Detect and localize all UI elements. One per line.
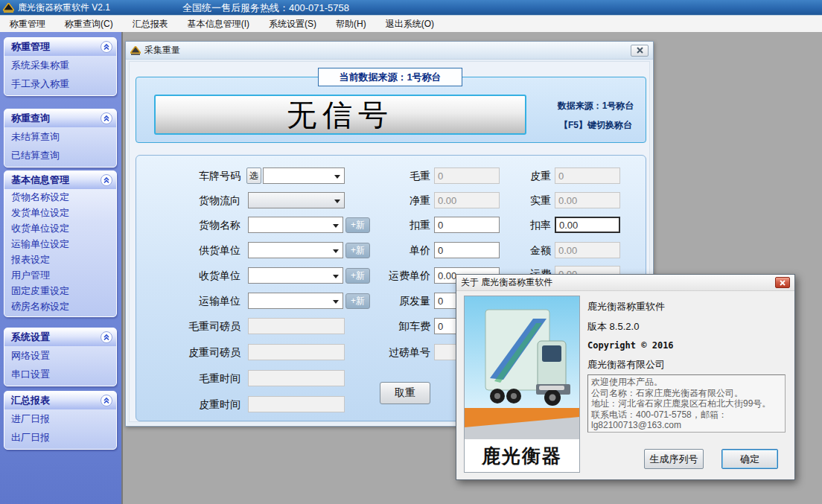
menu-exit[interactable]: 退出系统(O) <box>376 15 444 34</box>
receiver-combo[interactable] <box>248 267 343 284</box>
sidebar-header-weigh-manage[interactable]: 称重管理 <box>4 38 116 56</box>
deduct-rate-field[interactable] <box>555 217 620 233</box>
sidebar-header-label: 称重查询 <box>11 112 50 124</box>
label-goods-name: 货物名称 <box>144 217 240 233</box>
dialog-close-icon[interactable] <box>775 277 790 288</box>
about-dialog-titlebar[interactable]: 关于 鹿光衡器称重软件 <box>456 275 794 291</box>
capture-window-titlebar[interactable]: 采集重量 <box>126 42 653 60</box>
label-amount: 金额 <box>499 242 551 258</box>
sidebar-item-serial-settings[interactable]: 串口设置 <box>4 365 116 383</box>
window-logo-icon <box>130 46 141 55</box>
deduct-weight-field[interactable] <box>434 217 500 233</box>
net-weight-field <box>434 192 500 208</box>
collapse-chevron-icon[interactable] <box>101 41 112 53</box>
sidebar-item-unsettled-query[interactable]: 未结算查询 <box>4 127 116 146</box>
plate-number-combo[interactable] <box>263 168 345 184</box>
supplier-combo[interactable] <box>248 242 343 258</box>
label-gross-weight: 毛重 <box>371 168 430 184</box>
info-line: 欢迎使用本产品。 <box>591 377 782 388</box>
menu-weigh-query[interactable]: 称重查询(C) <box>55 15 123 34</box>
label-transporter: 运输单位 <box>144 293 240 309</box>
sidebar-panel-system-settings: 系统设置 网络设置 串口设置 <box>4 328 117 386</box>
sidebar: 称重管理 系统采集称重 手工录入称重 称重查询 未结算查询 已结算查询 基本信息… <box>0 32 121 504</box>
sidebar-header-weigh-query[interactable]: 称重查询 <box>4 109 116 127</box>
sidebar-item-manual-weigh[interactable]: 手工录入称重 <box>4 74 116 93</box>
sidebar-item-settled-query[interactable]: 已结算查询 <box>4 146 116 165</box>
truck-photo-caption: 鹿光衡器 <box>465 439 579 472</box>
truck-illustration <box>465 296 579 441</box>
label-supplier: 供货单位 <box>144 242 240 258</box>
collapse-chevron-icon[interactable] <box>101 331 112 343</box>
actual-weight-field <box>555 192 620 208</box>
sidebar-header-basic-info[interactable]: 基本信息管理 <box>4 171 116 189</box>
sidebar-panel-basic-info: 基本信息管理 货物名称设定 发货单位设定 收货单位设定 运输单位设定 报表设定 … <box>4 170 117 317</box>
gross-time-field <box>248 370 345 386</box>
info-line: 公司名称：石家庄鹿光衡器有限公司。 <box>591 388 782 399</box>
app-title: 鹿光衡器称重软件 V2.1 <box>18 1 110 14</box>
collapse-chevron-icon[interactable] <box>101 112 112 124</box>
sidebar-item-network-settings[interactable]: 网络设置 <box>4 346 116 365</box>
label-gross-time: 毛重时间 <box>144 370 240 386</box>
chevron-down-icon <box>334 175 340 179</box>
info-line: lg82100713@163.com <box>591 420 782 431</box>
menu-weigh-manage[interactable]: 称重管理 <box>0 15 55 34</box>
label-deduct-rate: 扣率 <box>499 217 551 233</box>
application-window: 鹿光衡器称重软件 V2.1 全国统一售后服务热线：400-071-5758 称重… <box>0 0 822 504</box>
sidebar-item-shipper-unit[interactable]: 发货单位设定 <box>4 205 116 220</box>
sidebar-item-receiver-unit[interactable]: 收货单位设定 <box>4 220 116 236</box>
sidebar-item-user-manage[interactable]: 用户管理 <box>4 267 116 283</box>
data-source-banner: 当前数据来源：1号称台 <box>318 68 462 86</box>
sidebar-item-inbound-daily[interactable]: 进厂日报 <box>4 409 116 428</box>
scale-source-line: 数据来源：1号称台 <box>547 96 644 115</box>
sidebar-item-outbound-daily[interactable]: 出厂日报 <box>4 428 116 447</box>
label-original-qty: 原发量 <box>371 293 430 309</box>
tare-time-field <box>248 396 345 412</box>
label-deduct-weight: 扣重 <box>371 217 430 233</box>
plate-select-button[interactable]: 选 <box>246 168 261 184</box>
dialog-info-box: 欢迎使用本产品。 公司名称：石家庄鹿光衡器有限公司。 地址：河北省石家庄鹿泉区石… <box>587 374 786 433</box>
tare-weight-field <box>555 168 620 184</box>
truck-photo: 鹿光衡器 <box>464 296 580 473</box>
collapse-chevron-icon[interactable] <box>101 174 112 186</box>
sidebar-item-transport-unit[interactable]: 运输单位设定 <box>4 236 116 252</box>
sidebar-panel-summary-report: 汇总报表 进厂日报 出厂日报 <box>4 391 117 450</box>
receiver-add-button[interactable]: +新 <box>345 268 370 284</box>
sidebar-item-scale-house-name[interactable]: 磅房名称设定 <box>4 299 116 314</box>
label-goods-flow: 货物流向 <box>144 192 240 208</box>
chevron-down-icon <box>333 224 339 228</box>
chevron-down-icon <box>333 275 339 278</box>
generate-serial-button[interactable]: 生成序列号 <box>644 449 704 469</box>
chevron-down-icon <box>333 300 339 304</box>
sidebar-item-goods-name[interactable]: 货物名称设定 <box>4 189 116 205</box>
unit-price-field[interactable] <box>434 242 500 258</box>
ok-button[interactable]: 确定 <box>721 449 778 469</box>
sidebar-item-report-setting[interactable]: 报表设定 <box>4 252 116 267</box>
menu-bar: 称重管理 称重查询(C) 汇总报表 基本信息管理(I) 系统设置(S) 帮助(H… <box>0 15 822 32</box>
gross-weight-field <box>434 168 500 184</box>
label-unload-fee: 卸车费 <box>371 318 430 334</box>
goods-name-add-button[interactable]: +新 <box>345 217 370 233</box>
transporter-add-button[interactable]: +新 <box>345 293 370 309</box>
dialog-copyright: Copyright © 2016 <box>587 340 674 351</box>
supplier-add-button[interactable]: +新 <box>345 243 370 258</box>
goods-name-combo[interactable] <box>248 217 343 233</box>
transporter-combo[interactable] <box>248 293 343 309</box>
dialog-version: 版本 8.5.2.0 <box>587 320 639 334</box>
sidebar-item-fixed-tare[interactable]: 固定皮重设定 <box>4 283 116 299</box>
menu-system-settings[interactable]: 系统设置(S) <box>259 15 326 34</box>
sidebar-panel-weigh-manage: 称重管理 系统采集称重 手工录入称重 <box>4 37 117 96</box>
sidebar-header-label: 系统设置 <box>11 331 50 342</box>
sidebar-header-system-settings[interactable]: 系统设置 <box>4 328 116 346</box>
window-close-icon[interactable] <box>631 45 649 57</box>
collapse-chevron-icon[interactable] <box>101 395 112 406</box>
menu-basic-info[interactable]: 基本信息管理(I) <box>178 15 259 34</box>
take-weight-button[interactable]: 取重 <box>380 382 430 404</box>
sidebar-item-system-weigh[interactable]: 系统采集称重 <box>4 56 116 74</box>
about-dialog-title: 关于 鹿光衡器称重软件 <box>461 276 552 289</box>
capture-window-title: 采集重量 <box>144 44 180 57</box>
menu-help[interactable]: 帮助(H) <box>326 15 376 34</box>
menu-summary-report[interactable]: 汇总报表 <box>123 15 178 34</box>
sidebar-header-summary-report[interactable]: 汇总报表 <box>4 392 116 409</box>
chevron-down-icon <box>334 200 340 203</box>
goods-flow-combo[interactable] <box>248 192 345 208</box>
